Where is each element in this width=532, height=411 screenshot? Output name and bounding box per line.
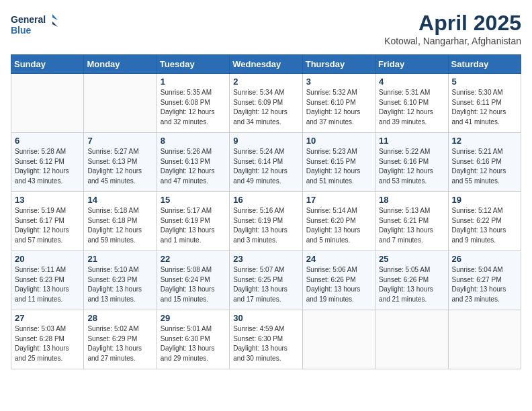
- day-number: 22: [161, 254, 226, 264]
- calendar-cell: 23Sunrise: 5:07 AMSunset: 6:25 PMDayligh…: [230, 251, 302, 310]
- day-info: Sunrise: 5:03 AMSunset: 6:28 PMDaylight:…: [15, 324, 80, 363]
- day-info: Sunrise: 5:24 AMSunset: 6:14 PMDaylight:…: [233, 147, 298, 186]
- calendar-cell: 26Sunrise: 5:04 AMSunset: 6:27 PMDayligh…: [448, 251, 521, 310]
- calendar-cell: 2Sunrise: 5:34 AMSunset: 6:09 PMDaylight…: [230, 74, 302, 133]
- day-number: 7: [87, 136, 152, 146]
- day-info: Sunrise: 5:19 AMSunset: 6:17 PMDaylight:…: [15, 206, 80, 245]
- day-info: Sunrise: 5:31 AMSunset: 6:10 PMDaylight:…: [379, 88, 444, 127]
- day-number: 20: [15, 254, 80, 264]
- calendar-cell: 5Sunrise: 5:30 AMSunset: 6:11 PMDaylight…: [448, 74, 521, 133]
- day-number: 21: [87, 254, 152, 264]
- day-number: 29: [161, 313, 226, 323]
- day-number: 3: [306, 77, 371, 87]
- day-number: 14: [87, 195, 152, 205]
- logo-svg: General Blue: [11, 11, 58, 39]
- day-number: 25: [379, 254, 444, 264]
- calendar-cell: 30Sunrise: 4:59 AMSunset: 6:30 PMDayligh…: [230, 310, 302, 369]
- day-info: Sunrise: 4:59 AMSunset: 6:30 PMDaylight:…: [233, 324, 298, 363]
- calendar-cell: 19Sunrise: 5:12 AMSunset: 6:22 PMDayligh…: [448, 192, 521, 251]
- day-info: Sunrise: 5:14 AMSunset: 6:20 PMDaylight:…: [306, 206, 371, 245]
- calendar-week-4: 20Sunrise: 5:11 AMSunset: 6:23 PMDayligh…: [11, 251, 521, 310]
- day-number: 26: [452, 254, 517, 264]
- header-wednesday: Wednesday: [230, 55, 302, 74]
- svg-marker-3: [52, 21, 58, 27]
- day-number: 4: [379, 77, 444, 87]
- day-info: Sunrise: 5:10 AMSunset: 6:23 PMDaylight:…: [87, 265, 152, 304]
- day-number: 18: [379, 195, 444, 205]
- day-number: 1: [161, 77, 226, 87]
- calendar-cell: 20Sunrise: 5:11 AMSunset: 6:23 PMDayligh…: [11, 251, 84, 310]
- day-info: Sunrise: 5:04 AMSunset: 6:27 PMDaylight:…: [452, 265, 517, 304]
- day-info: Sunrise: 5:08 AMSunset: 6:24 PMDaylight:…: [161, 265, 226, 304]
- day-info: Sunrise: 5:27 AMSunset: 6:13 PMDaylight:…: [87, 147, 152, 186]
- header-saturday: Saturday: [448, 55, 521, 74]
- day-info: Sunrise: 5:35 AMSunset: 6:08 PMDaylight:…: [161, 88, 226, 127]
- calendar-cell: 28Sunrise: 5:02 AMSunset: 6:29 PMDayligh…: [84, 310, 157, 369]
- day-number: 27: [15, 313, 80, 323]
- day-info: Sunrise: 5:16 AMSunset: 6:19 PMDaylight:…: [233, 206, 298, 245]
- calendar-cell: 12Sunrise: 5:21 AMSunset: 6:16 PMDayligh…: [448, 133, 521, 192]
- calendar-cell: 24Sunrise: 5:06 AMSunset: 6:26 PMDayligh…: [302, 251, 375, 310]
- calendar-cell: 6Sunrise: 5:28 AMSunset: 6:12 PMDaylight…: [11, 133, 84, 192]
- calendar-cell: 18Sunrise: 5:13 AMSunset: 6:21 PMDayligh…: [375, 192, 448, 251]
- day-number: 15: [161, 195, 226, 205]
- day-number: 12: [452, 136, 517, 146]
- calendar-cell: 14Sunrise: 5:18 AMSunset: 6:18 PMDayligh…: [84, 192, 157, 251]
- calendar-cell: 11Sunrise: 5:22 AMSunset: 6:16 PMDayligh…: [375, 133, 448, 192]
- day-info: Sunrise: 5:07 AMSunset: 6:25 PMDaylight:…: [233, 265, 298, 304]
- day-info: Sunrise: 5:02 AMSunset: 6:29 PMDaylight:…: [87, 324, 152, 363]
- calendar-cell: 21Sunrise: 5:10 AMSunset: 6:23 PMDayligh…: [84, 251, 157, 310]
- header-sunday: Sunday: [11, 55, 84, 74]
- day-info: Sunrise: 5:22 AMSunset: 6:16 PMDaylight:…: [379, 147, 444, 186]
- logo: General Blue: [11, 11, 58, 39]
- day-info: Sunrise: 5:26 AMSunset: 6:13 PMDaylight:…: [161, 147, 226, 186]
- day-info: Sunrise: 5:30 AMSunset: 6:11 PMDaylight:…: [452, 88, 517, 127]
- day-number: 17: [306, 195, 371, 205]
- svg-marker-2: [52, 14, 58, 20]
- calendar-cell: 27Sunrise: 5:03 AMSunset: 6:28 PMDayligh…: [11, 310, 84, 369]
- day-number: 2: [233, 77, 298, 87]
- calendar-cell: 7Sunrise: 5:27 AMSunset: 6:13 PMDaylight…: [84, 133, 157, 192]
- calendar-cell: 4Sunrise: 5:31 AMSunset: 6:10 PMDaylight…: [375, 74, 448, 133]
- day-number: 11: [379, 136, 444, 146]
- day-info: Sunrise: 5:34 AMSunset: 6:09 PMDaylight:…: [233, 88, 298, 127]
- day-number: 28: [87, 313, 152, 323]
- calendar-week-5: 27Sunrise: 5:03 AMSunset: 6:28 PMDayligh…: [11, 310, 521, 369]
- calendar-cell: [302, 310, 375, 369]
- day-number: 9: [233, 136, 298, 146]
- day-number: 30: [233, 313, 298, 323]
- day-info: Sunrise: 5:01 AMSunset: 6:30 PMDaylight:…: [161, 324, 226, 363]
- calendar-cell: [84, 74, 157, 133]
- calendar-cell: 10Sunrise: 5:23 AMSunset: 6:15 PMDayligh…: [302, 133, 375, 192]
- calendar-cell: 13Sunrise: 5:19 AMSunset: 6:17 PMDayligh…: [11, 192, 84, 251]
- calendar-week-1: 1Sunrise: 5:35 AMSunset: 6:08 PMDaylight…: [11, 74, 521, 133]
- calendar-cell: [375, 310, 448, 369]
- calendar-cell: 3Sunrise: 5:32 AMSunset: 6:10 PMDaylight…: [302, 74, 375, 133]
- svg-text:Blue: Blue: [11, 25, 32, 36]
- calendar-cell: [11, 74, 84, 133]
- day-number: 6: [15, 136, 80, 146]
- day-info: Sunrise: 5:13 AMSunset: 6:21 PMDaylight:…: [379, 206, 444, 245]
- header-friday: Friday: [375, 55, 448, 74]
- day-info: Sunrise: 5:18 AMSunset: 6:18 PMDaylight:…: [87, 206, 152, 245]
- day-number: 23: [233, 254, 298, 264]
- calendar-week-2: 6Sunrise: 5:28 AMSunset: 6:12 PMDaylight…: [11, 133, 521, 192]
- header-thursday: Thursday: [302, 55, 375, 74]
- day-info: Sunrise: 5:17 AMSunset: 6:19 PMDaylight:…: [161, 206, 226, 245]
- calendar-cell: 25Sunrise: 5:05 AMSunset: 6:26 PMDayligh…: [375, 251, 448, 310]
- day-info: Sunrise: 5:11 AMSunset: 6:23 PMDaylight:…: [15, 265, 80, 304]
- day-info: Sunrise: 5:21 AMSunset: 6:16 PMDaylight:…: [452, 147, 517, 186]
- calendar-cell: 16Sunrise: 5:16 AMSunset: 6:19 PMDayligh…: [230, 192, 302, 251]
- day-info: Sunrise: 5:23 AMSunset: 6:15 PMDaylight:…: [306, 147, 371, 186]
- page-header: General Blue April 2025 Kotowal, Nangarh…: [11, 11, 521, 46]
- calendar-cell: [448, 310, 521, 369]
- header-monday: Monday: [84, 55, 157, 74]
- day-number: 10: [306, 136, 371, 146]
- day-number: 24: [306, 254, 371, 264]
- day-number: 5: [452, 77, 517, 87]
- day-number: 19: [452, 195, 517, 205]
- day-info: Sunrise: 5:05 AMSunset: 6:26 PMDaylight:…: [379, 265, 444, 304]
- calendar-week-3: 13Sunrise: 5:19 AMSunset: 6:17 PMDayligh…: [11, 192, 521, 251]
- calendar-cell: 15Sunrise: 5:17 AMSunset: 6:19 PMDayligh…: [157, 192, 229, 251]
- calendar-cell: 9Sunrise: 5:24 AMSunset: 6:14 PMDaylight…: [230, 133, 302, 192]
